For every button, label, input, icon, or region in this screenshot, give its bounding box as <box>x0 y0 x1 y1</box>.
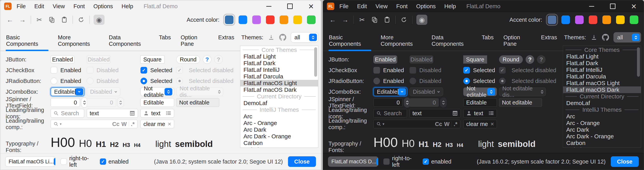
accent-swatch-default-blue[interactable] <box>548 16 556 24</box>
accent-swatch-red[interactable] <box>266 16 274 24</box>
tab-more-components[interactable]: More Components <box>380 32 422 51</box>
accent-swatch-blue[interactable] <box>238 16 247 24</box>
lookandfeel-select[interactable]: FlatLaf macOS D... <box>328 156 378 167</box>
radio-selected[interactable] <box>463 78 470 84</box>
theme-item[interactable]: FlatLaf macOS Light <box>240 80 318 86</box>
themes-filter-select[interactable]: all <box>291 32 318 43</box>
text-input-calendar[interactable]: text <box>410 109 461 118</box>
theme-item[interactable]: FlatLaf macOS Light <box>563 80 641 86</box>
square-button[interactable]: Square <box>463 55 487 64</box>
clear-icon[interactable]: × <box>490 121 494 127</box>
theme-item[interactable]: Arc <box>240 113 318 120</box>
minimize-button[interactable] <box>588 3 595 10</box>
accent-swatch-blue[interactable] <box>561 16 570 24</box>
clearable-input[interactable]: clear me × <box>140 120 174 128</box>
theme-item[interactable]: Carbon <box>240 140 318 146</box>
menu-font[interactable]: Font <box>396 3 408 10</box>
match-case-button[interactable]: Cc <box>435 121 442 127</box>
right-to-left-checkbox[interactable] <box>60 158 67 165</box>
theme-item[interactable]: FlatLaf Dark <box>240 60 318 67</box>
theme-item[interactable]: Arc Dark <box>563 126 641 133</box>
right-to-left-checkbox[interactable] <box>383 158 390 165</box>
accent-swatch-red[interactable] <box>589 16 597 24</box>
theme-item[interactable]: FlatLaf Dark <box>563 60 641 67</box>
tab-tabs[interactable]: Tabs <box>481 32 494 51</box>
paste-icon[interactable] <box>383 15 391 25</box>
theme-item[interactable]: Arc - Orange <box>240 120 318 126</box>
theme-item[interactable]: DemoLaf <box>240 100 318 106</box>
show-hidden-toggle-icon[interactable]: ◉ <box>94 15 104 25</box>
text-input-person[interactable]: text <box>463 109 497 118</box>
copy-icon[interactable] <box>48 15 56 25</box>
menu-edit[interactable]: Edit <box>34 3 44 10</box>
refresh-icon[interactable] <box>400 15 408 25</box>
menu-help[interactable]: Help <box>444 3 456 10</box>
theme-item[interactable]: Carbon <box>563 140 641 146</box>
forward-icon[interactable]: → <box>341 15 350 25</box>
close-button[interactable]: Close <box>611 156 639 167</box>
square-button[interactable]: Square <box>140 55 164 64</box>
tab-data-components[interactable]: Data Components <box>431 32 472 51</box>
text-input-calendar[interactable]: text <box>87 109 138 118</box>
close-button[interactable]: Close <box>288 156 316 167</box>
checkbox-selected[interactable]: ✓ <box>463 67 470 74</box>
theme-item[interactable]: FlatLaf IntelliJ <box>240 67 318 73</box>
regex-button[interactable]: .* <box>454 121 458 127</box>
theme-item[interactable]: FlatLaf Darcula <box>240 73 318 80</box>
chevron-down-icon[interactable] <box>76 88 83 95</box>
minimize-button[interactable] <box>266 3 272 10</box>
maximize-button[interactable] <box>610 3 616 10</box>
combobox-editable[interactable]: Editable <box>374 87 407 96</box>
accent-swatch-purple[interactable] <box>252 16 261 24</box>
theme-item[interactable]: FlatLaf Darcula <box>563 73 641 80</box>
theme-item[interactable]: FlatLaf macOS Dark <box>563 86 641 93</box>
accent-swatch-green[interactable] <box>307 16 316 24</box>
lookandfeel-select[interactable]: FlatLaf macOS Li... <box>5 156 56 167</box>
scrollbar-thumb[interactable] <box>637 47 640 77</box>
clearable-input[interactable]: clear me × <box>463 120 497 128</box>
accent-swatch-orange[interactable] <box>280 16 288 24</box>
theme-item[interactable]: Arc - Orange <box>563 120 641 126</box>
enabled-button[interactable]: Enabled <box>50 55 74 64</box>
tab-extras[interactable]: Extras <box>218 32 235 51</box>
checkbox-enabled[interactable] <box>50 67 57 74</box>
text-input-person[interactable]: text <box>140 109 174 118</box>
refresh-icon[interactable] <box>77 15 86 25</box>
scrollbar-thumb[interactable] <box>314 47 317 77</box>
theme-item[interactable]: Arc Dark <box>240 126 318 133</box>
tab-more-components[interactable]: More Components <box>58 32 100 51</box>
menu-options[interactable]: Options <box>94 3 113 10</box>
cut-icon[interactable]: ✂ <box>35 15 44 25</box>
maximize-button[interactable] <box>287 3 293 10</box>
copy-icon[interactable] <box>370 15 379 25</box>
accent-swatch-yellow[interactable] <box>616 16 625 24</box>
back-icon[interactable]: ← <box>328 15 337 25</box>
accent-swatch-orange[interactable] <box>602 16 611 24</box>
theme-item[interactable]: Arc Dark - Orange <box>240 133 318 140</box>
whole-word-button[interactable]: W <box>121 121 126 127</box>
whole-word-button[interactable]: W <box>444 121 450 127</box>
tab-extras[interactable]: Extras <box>541 32 558 51</box>
combobox-not-editable[interactable]: Not editable <box>140 87 174 96</box>
back-icon[interactable]: ← <box>6 15 14 25</box>
spinner-value[interactable]: 0 <box>50 98 80 107</box>
cut-icon[interactable]: ✂ <box>358 15 366 25</box>
radio-enabled[interactable] <box>50 78 57 84</box>
help-button[interactable]: ? <box>526 55 534 64</box>
menu-view[interactable]: View <box>53 3 65 10</box>
help-button[interactable]: ? <box>203 55 212 64</box>
enabled-button[interactable]: Enabled <box>374 55 397 64</box>
accent-swatch-default-blue[interactable] <box>225 16 234 24</box>
clear-icon[interactable]: × <box>168 121 171 127</box>
theme-item[interactable]: Arc <box>563 113 641 120</box>
regex-button[interactable]: .* <box>131 121 134 127</box>
paste-icon[interactable] <box>60 15 68 25</box>
tab-data-components[interactable]: Data Components <box>108 32 150 51</box>
github-icon[interactable] <box>279 34 286 41</box>
accent-swatch-purple[interactable] <box>575 16 584 24</box>
tab-basic-components[interactable]: Basic Components <box>328 32 371 51</box>
menu-options[interactable]: Options <box>416 3 436 10</box>
radio-selected[interactable] <box>140 78 147 84</box>
chevron-down-icon[interactable] <box>398 88 406 95</box>
theme-item[interactable]: FlatLaf Light <box>563 53 641 60</box>
